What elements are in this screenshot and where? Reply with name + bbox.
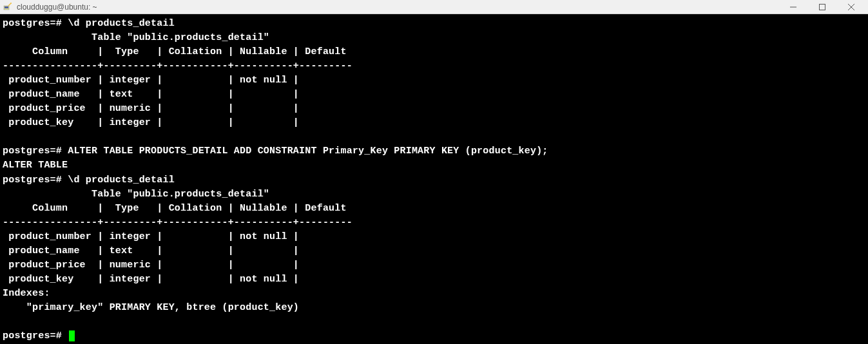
- command-result: ALTER TABLE: [3, 160, 68, 171]
- terminal-output[interactable]: postgres=# \d products_detail Table "pub…: [0, 14, 868, 344]
- close-button[interactable]: [836, 0, 865, 14]
- prompt: postgres=#: [3, 330, 62, 341]
- table-row: product_price | numeric | | |: [3, 260, 299, 271]
- window-title: cloudduggu@ubuntu: ~: [17, 3, 778, 12]
- table-title: Table "public.products_detail": [92, 189, 269, 200]
- table-divider: ----------------+---------+-----------+-…: [3, 217, 352, 228]
- table-row: product_name | text | | |: [3, 89, 299, 100]
- window-titlebar: cloudduggu@ubuntu: ~: [0, 0, 868, 14]
- command: ALTER TABLE PRODUCTS_DETAIL ADD CONSTRAI…: [68, 146, 548, 157]
- prompt: postgres=#: [3, 146, 62, 157]
- table-title: Table "public.products_detail": [92, 32, 269, 43]
- table-header: Column | Type | Collation | Nullable | D…: [3, 46, 347, 57]
- minimize-button[interactable]: [778, 0, 807, 14]
- indexes-label: Indexes:: [3, 288, 50, 299]
- table-row: product_number | integer | | not null |: [3, 75, 299, 86]
- prompt: postgres=#: [3, 175, 62, 186]
- table-row: product_number | integer | | not null |: [3, 231, 299, 242]
- table-header: Column | Type | Collation | Nullable | D…: [3, 203, 347, 214]
- table-divider: ----------------+---------+-----------+-…: [3, 61, 352, 72]
- table-row: product_name | text | | |: [3, 245, 299, 256]
- command: \d products_detail: [68, 18, 175, 29]
- window-controls: [778, 0, 865, 14]
- table-row: product_key | integer | | |: [3, 117, 299, 128]
- indexes-line: "primary_key" PRIMARY KEY, btree (produc…: [3, 302, 299, 313]
- prompt: postgres=#: [3, 18, 62, 29]
- cursor: [69, 330, 75, 341]
- maximize-button[interactable]: [807, 0, 836, 14]
- table-row: product_key | integer | | not null |: [3, 274, 299, 285]
- command: \d products_detail: [68, 175, 175, 186]
- table-row: product_price | numeric | | |: [3, 103, 299, 114]
- svg-point-3: [10, 3, 12, 4]
- svg-rect-5: [819, 4, 825, 10]
- putty-icon: [3, 2, 13, 12]
- svg-rect-1: [5, 6, 8, 8]
